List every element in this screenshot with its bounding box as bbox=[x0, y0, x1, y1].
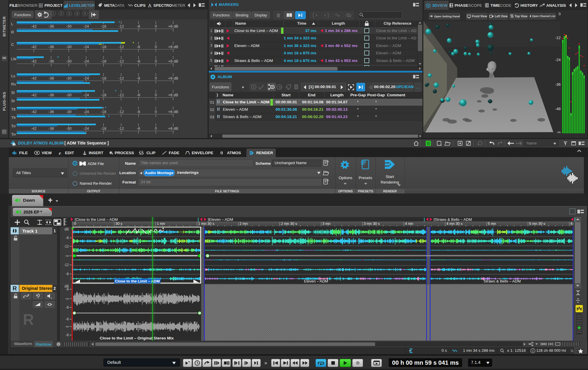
svg-text:-∞: -∞ bbox=[65, 254, 69, 258]
svg-text:-6: -6 bbox=[66, 333, 69, 337]
svg-text:-36: -36 bbox=[49, 110, 54, 114]
svg-text:3 mn 30 s: 3 mn 30 s bbox=[364, 222, 380, 226]
svg-text:-18: -18 bbox=[101, 126, 106, 131]
svg-text:-24: -24 bbox=[83, 110, 89, 114]
svg-text:-30: -30 bbox=[66, 76, 72, 80]
svg-text:0: 0 bbox=[155, 45, 157, 49]
svg-text:0: 0 bbox=[155, 24, 157, 28]
svg-text:-18: -18 bbox=[101, 93, 106, 97]
svg-text:Eleven – ADM: Eleven – ADM bbox=[304, 279, 328, 283]
svg-text:5 mn 30 s: 5 mn 30 s bbox=[529, 222, 545, 226]
svg-text:-6: -6 bbox=[66, 272, 69, 276]
svg-text:dB: dB bbox=[64, 227, 69, 231]
svg-text:0: 0 bbox=[155, 93, 157, 97]
svg-text:-6: -6 bbox=[137, 76, 140, 80]
svg-text:-30: -30 bbox=[66, 24, 72, 28]
svg-text:-30: -30 bbox=[66, 126, 72, 131]
svg-text:Close to the Limit – Original: Close to the Limit – Original Stereo Mix bbox=[100, 336, 174, 340]
svg-text:-6: -6 bbox=[137, 24, 140, 28]
svg-text:Sl: Sl bbox=[11, 90, 15, 95]
svg-text:Sr: Sr bbox=[11, 99, 15, 103]
svg-text:-18: -18 bbox=[101, 110, 106, 114]
svg-text:+6 dB: +6 dB bbox=[168, 59, 178, 63]
svg-text:-12: -12 bbox=[118, 76, 124, 80]
svg-text:e: e bbox=[59, 151, 61, 155]
svg-text:-36: -36 bbox=[49, 59, 54, 63]
svg-text:+6 dB: +6 dB bbox=[168, 76, 178, 80]
svg-text:-42: -42 bbox=[31, 45, 37, 49]
svg-text:-42: -42 bbox=[31, 110, 37, 114]
svg-text:-18: -18 bbox=[101, 24, 106, 28]
svg-text:-36: -36 bbox=[49, 126, 54, 131]
svg-text:-30: -30 bbox=[66, 110, 72, 114]
svg-text:0: 0 bbox=[74, 222, 76, 226]
svg-text:-6: -6 bbox=[137, 59, 140, 63]
svg-text:-18: -18 bbox=[101, 76, 106, 80]
svg-text:-30: -30 bbox=[66, 45, 72, 49]
svg-text:2 mn: 2 mn bbox=[240, 222, 248, 226]
svg-text:+6 dB: +6 dB bbox=[168, 93, 178, 97]
svg-text:-12: -12 bbox=[118, 110, 124, 114]
svg-text:-24: -24 bbox=[555, 58, 561, 62]
svg-text:Trr: Trr bbox=[11, 132, 16, 137]
svg-text:Trl: Trl bbox=[11, 124, 16, 128]
svg-text:-∞: -∞ bbox=[65, 297, 69, 301]
svg-text:-36: -36 bbox=[49, 93, 54, 97]
svg-text:-42: -42 bbox=[31, 93, 37, 97]
svg-text:-30: -30 bbox=[66, 93, 72, 97]
svg-text:R: R bbox=[11, 30, 14, 34]
svg-text:+6 dB: +6 dB bbox=[168, 110, 178, 114]
svg-text:-6: -6 bbox=[66, 305, 69, 310]
svg-text:-∞: -∞ bbox=[65, 324, 69, 329]
svg-text:-12: -12 bbox=[118, 59, 124, 63]
svg-text:-6: -6 bbox=[66, 317, 69, 321]
svg-text:-12: -12 bbox=[64, 263, 69, 267]
svg-text:0: 0 bbox=[559, 12, 561, 16]
svg-text:5 mn: 5 mn bbox=[488, 222, 496, 226]
svg-text:-24: -24 bbox=[83, 59, 89, 63]
svg-text:0: 0 bbox=[155, 110, 157, 114]
svg-text:C: C bbox=[11, 42, 14, 47]
svg-text:-12: -12 bbox=[118, 24, 124, 28]
svg-text:-6: -6 bbox=[137, 110, 140, 114]
svg-text:-48: -48 bbox=[555, 107, 561, 111]
svg-text:30 s: 30 s bbox=[116, 222, 123, 226]
svg-text:Straws & Bells – ADM: Straws & Bells – ADM bbox=[484, 279, 521, 283]
svg-text:6 mn: 6 mn bbox=[570, 222, 574, 226]
svg-text:3 mn: 3 mn bbox=[322, 222, 330, 226]
svg-text:-42: -42 bbox=[31, 24, 37, 28]
svg-text:-12: -12 bbox=[118, 93, 124, 97]
svg-text:0: 0 bbox=[155, 76, 157, 80]
svg-text:0: 0 bbox=[155, 59, 157, 63]
svg-text:Tfr: Tfr bbox=[11, 115, 16, 120]
svg-text:-12: -12 bbox=[118, 45, 124, 49]
svg-text:-42: -42 bbox=[31, 76, 37, 80]
svg-text:-36: -36 bbox=[555, 82, 561, 87]
svg-text:-24: -24 bbox=[83, 45, 89, 49]
svg-text:Ls: Ls bbox=[11, 74, 15, 78]
svg-text:1 mn: 1 mn bbox=[157, 222, 165, 226]
svg-text:-6: -6 bbox=[66, 287, 69, 291]
svg-text:-36: -36 bbox=[49, 76, 54, 80]
svg-text:-∞: -∞ bbox=[557, 130, 561, 134]
svg-text:-24: -24 bbox=[83, 93, 89, 97]
svg-text:+6 dB: +6 dB bbox=[168, 45, 178, 49]
svg-text:4 mn: 4 mn bbox=[405, 222, 413, 226]
svg-text:-12: -12 bbox=[118, 126, 124, 131]
svg-text:-18: -18 bbox=[101, 59, 106, 63]
svg-text:1 mn 30 s: 1 mn 30 s bbox=[198, 222, 214, 226]
svg-text:-6: -6 bbox=[137, 126, 140, 131]
svg-text:-42: -42 bbox=[31, 126, 37, 131]
svg-text:-24: -24 bbox=[83, 24, 89, 28]
svg-text:-6: -6 bbox=[137, 45, 140, 49]
svg-text:-36: -36 bbox=[49, 45, 54, 49]
svg-text:-18: -18 bbox=[101, 45, 106, 49]
svg-text:Lfe: Lfe bbox=[11, 57, 16, 61]
svg-text:0: 0 bbox=[155, 126, 157, 131]
svg-text:4 mn 30 s: 4 mn 30 s bbox=[446, 222, 462, 226]
svg-text:-12: -12 bbox=[555, 36, 561, 40]
svg-text:Rs: Rs bbox=[11, 82, 16, 86]
svg-text:+6 dB: +6 dB bbox=[168, 24, 178, 28]
svg-text:L: L bbox=[11, 22, 13, 26]
svg-text:-30: -30 bbox=[66, 59, 72, 63]
